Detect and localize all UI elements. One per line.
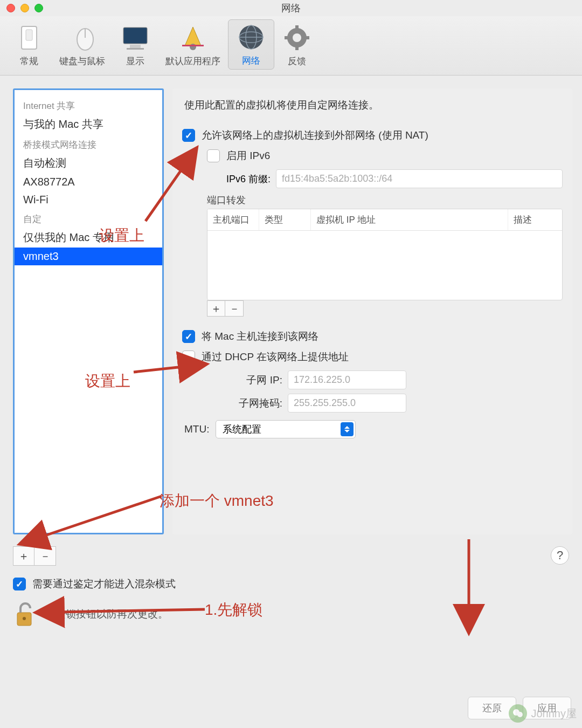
bottom-section: 需要通过鉴定才能进入混杂模式 点按锁按钮以防再次更改。	[13, 577, 569, 628]
lock-text: 点按锁按钮以防再次更改。	[45, 607, 168, 621]
sidebar-item-wifi[interactable]: Wi-Fi	[15, 191, 162, 209]
ipv6-prefix-label: IPv6 前缀:	[226, 173, 271, 186]
col-host-port: 主机端口	[207, 209, 259, 230]
svg-point-14	[293, 33, 301, 42]
wechat-icon	[509, 704, 527, 723]
subnet-ip-field[interactable]: 172.16.225.0	[288, 370, 406, 389]
sidebar-remove-button[interactable]: －	[34, 546, 56, 566]
mouse-icon	[67, 23, 98, 53]
toolbar-item-default-apps[interactable]: 默认应用程序	[158, 20, 228, 70]
table-header: 主机端口 类型 虚拟机 IP 地址 描述	[207, 209, 562, 231]
subnet-mask-label: 子网掩码:	[207, 396, 282, 410]
lock-icon[interactable]	[13, 601, 38, 628]
sidebar-header: 自定	[15, 209, 162, 228]
col-vm-ip: 虚拟机 IP 地址	[311, 209, 508, 230]
toolbar-label: 反馈	[288, 55, 306, 67]
subnet-ip-label: 子网 IP:	[207, 373, 282, 387]
ipv6-checkbox[interactable]	[207, 149, 220, 162]
svg-point-27	[517, 712, 523, 717]
mtu-label: MTU:	[184, 423, 209, 435]
sidebar-item-mac-only[interactable]: 仅供我的 Mac 专用	[15, 228, 162, 248]
toolbar-label: 网络	[242, 54, 260, 67]
sidebar-header: Internet 共享	[15, 95, 162, 114]
promisc-label: 需要通过鉴定才能进入混杂模式	[32, 577, 176, 591]
chevron-updown-icon	[341, 422, 354, 436]
toolbar-item-keyboard-mouse[interactable]: 键盘与鼠标	[52, 20, 113, 70]
svg-point-20	[23, 617, 26, 620]
ipv6-prefix-field[interactable]: fd15:4ba5:5a2b:1003::/64	[276, 169, 563, 188]
mtu-select[interactable]: 系统配置	[216, 420, 356, 438]
toolbar-label: 常规	[20, 55, 38, 67]
dhcp-checkbox[interactable]	[182, 351, 195, 363]
toolbar-label: 键盘与鼠标	[59, 55, 105, 67]
port-remove-button[interactable]: －	[225, 300, 244, 317]
sidebar-item-vmnet3[interactable]: vmnet3	[15, 248, 162, 265]
network-icon	[236, 22, 266, 52]
apps-icon	[178, 23, 208, 53]
help-button[interactable]: ?	[551, 546, 569, 565]
switch-icon	[14, 23, 44, 53]
display-icon	[120, 23, 150, 53]
svg-point-7	[190, 44, 196, 50]
toolbar-item-network[interactable]: 网络	[228, 19, 274, 70]
sidebar-item-share-mac[interactable]: 与我的 Mac 共享	[15, 114, 162, 134]
watermark: Johnny屋	[509, 704, 577, 723]
toolbar-item-general[interactable]: 常规	[6, 20, 52, 70]
sidebar-add-button[interactable]: ＋	[13, 546, 34, 566]
subnet-mask-field[interactable]: 255.255.255.0	[288, 394, 406, 413]
sidebar-header: 桥接模式网络连接	[15, 134, 162, 153]
toolbar-label: 默认应用程序	[165, 55, 220, 67]
mtu-value: 系统配置	[223, 423, 261, 436]
titlebar: 网络	[0, 0, 582, 16]
toolbar-item-display[interactable]: 显示	[113, 20, 158, 70]
svg-rect-16	[295, 46, 299, 50]
connect-host-checkbox[interactable]	[182, 330, 195, 343]
port-forward-table[interactable]: 主机端口 类型 虚拟机 IP 地址 描述	[207, 209, 563, 300]
col-desc: 描述	[508, 209, 562, 230]
svg-rect-5	[130, 45, 141, 48]
svg-rect-4	[123, 28, 147, 44]
watermark-text: Johnny屋	[531, 706, 577, 721]
network-sidebar: Internet 共享 与我的 Mac 共享 桥接模式网络连接 自动检测 AX8…	[13, 88, 164, 534]
connect-host-label: 将 Mac 主机连接到该网络	[202, 329, 318, 344]
col-type: 类型	[259, 209, 311, 230]
gear-icon	[282, 23, 312, 53]
promisc-checkbox[interactable]	[13, 578, 26, 590]
toolbar-label: 显示	[126, 55, 144, 67]
nat-label: 允许该网络上的虚拟机连接到外部网络 (使用 NAT)	[202, 128, 428, 142]
svg-rect-8	[182, 45, 204, 46]
toolbar: 常规 键盘与鼠标 显示 默认应用程序 网络	[0, 16, 582, 75]
svg-rect-15	[295, 25, 299, 30]
toolbar-item-feedback[interactable]: 反馈	[274, 20, 320, 70]
svg-rect-17	[285, 36, 289, 39]
panel-intro: 使用此配置的虚拟机将使用自定网络连接。	[182, 98, 563, 112]
sidebar-item-autodetect[interactable]: 自动检测	[15, 153, 162, 173]
main-panel: 使用此配置的虚拟机将使用自定网络连接。 允许该网络上的虚拟机连接到外部网络 (使…	[172, 88, 572, 534]
preferences-window: 网络 常规 键盘与鼠标 显示 默认应用程序	[0, 0, 582, 728]
nat-checkbox[interactable]	[182, 129, 195, 142]
ipv6-label: 启用 IPv6	[226, 149, 270, 163]
sidebar-item-ax88772a[interactable]: AX88772A	[15, 173, 162, 191]
port-add-button[interactable]: ＋	[207, 300, 225, 317]
sidebar-pm-buttons: ＋ －	[13, 546, 56, 566]
svg-rect-1	[26, 30, 32, 40]
port-forward-label: 端口转发	[207, 194, 563, 207]
svg-rect-6	[127, 48, 144, 50]
svg-rect-18	[305, 36, 309, 39]
window-title: 网络	[0, 2, 582, 15]
dhcp-label: 通过 DHCP 在该网络上提供地址	[202, 350, 349, 364]
